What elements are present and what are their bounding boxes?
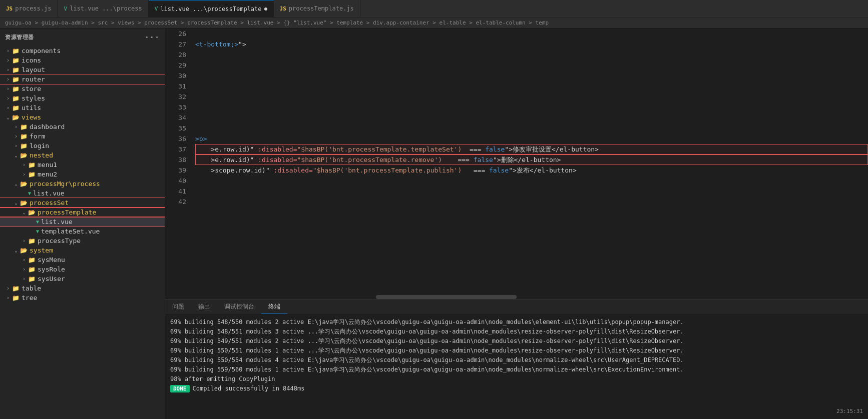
tree-item-label: dashboard bbox=[30, 123, 65, 130]
folder-icon: 📂 bbox=[20, 200, 28, 206]
line-number: 40 bbox=[169, 176, 186, 186]
vue-file-icon: ▼ bbox=[36, 228, 39, 234]
tab-process-js[interactable]: JS process.js bbox=[0, 0, 58, 17]
tree-item-processSet[interactable]: ⌄📂processSet bbox=[0, 198, 165, 208]
breadcrumb-text: guigu-oa > guigu-oa-admin > src > views … bbox=[5, 20, 549, 26]
tree-item-list.vue[interactable]: ▼list.vue bbox=[0, 217, 165, 226]
scrollbar-thumb[interactable] bbox=[376, 295, 517, 299]
tree-item-label: tree bbox=[22, 294, 37, 302]
code-line-33[interactable] bbox=[195, 102, 868, 112]
tab-list-vue-process[interactable]: V list.vue ...\process bbox=[58, 0, 149, 17]
tree-item-processType[interactable]: ›📁processType bbox=[0, 236, 165, 246]
code-line-39[interactable]: >scope.row.id)" :disabled="$hasBP('bnt.p… bbox=[195, 165, 868, 176]
tree-item-processTemplate[interactable]: ⌄📂processTemplate bbox=[0, 208, 165, 217]
folder-icon: 📁 bbox=[12, 95, 20, 102]
tab-terminal-label: 终端 bbox=[268, 302, 280, 311]
tree-item-dashboard[interactable]: ›📁dashboard bbox=[0, 122, 165, 132]
vue-icon: V bbox=[64, 6, 68, 12]
line-number: 36 bbox=[169, 134, 186, 144]
tree-item-templateSet.vue[interactable]: ▼templateSet.vue bbox=[0, 226, 165, 236]
bottom-panel: 问题 输出 调试控制台 终端 69% building 548/550 modu… bbox=[165, 299, 868, 419]
terminal-line: 69% building 550/554 modules 4 active E:… bbox=[170, 356, 863, 365]
tree-item-processMgr_process[interactable]: ⌄📂processMgr\process bbox=[0, 179, 165, 188]
folder-icon: 📁 bbox=[28, 276, 36, 282]
folder-icon: 📁 bbox=[20, 142, 28, 150]
code-line-29[interactable] bbox=[195, 60, 868, 70]
folder-icon: 📂 bbox=[12, 114, 20, 121]
tree-item-table[interactable]: ›📁table bbox=[0, 284, 165, 293]
tree-item-label: styles bbox=[22, 94, 45, 102]
folder-icon: 📁 bbox=[28, 162, 36, 168]
tree-item-label: icons bbox=[22, 56, 41, 64]
tree-arrow: ⌄ bbox=[12, 152, 20, 158]
tree-item-menu1[interactable]: ›📁menu1 bbox=[0, 160, 165, 170]
code-line-26[interactable] bbox=[195, 28, 868, 39]
sidebar-menu-icon[interactable]: ··· bbox=[144, 32, 160, 42]
tree-arrow: › bbox=[4, 295, 12, 300]
tree-item-sysRole[interactable]: ›📁sysRole bbox=[0, 264, 165, 274]
code-line-32[interactable] bbox=[195, 92, 868, 102]
tree-item-label: sysMenu bbox=[38, 256, 65, 264]
tree-item-layout[interactable]: ›📁layout bbox=[0, 65, 165, 74]
terminal-timestamp: 23:15:31 bbox=[836, 406, 863, 416]
tree-item-sysUser[interactable]: ›📁sysUser bbox=[0, 274, 165, 284]
code-line-31[interactable] bbox=[195, 81, 868, 92]
tree-item-styles[interactable]: ›📁styles bbox=[0, 94, 165, 103]
code-line-35[interactable] bbox=[195, 123, 868, 134]
code-line-37[interactable]: >e.row.id)" :disabled="$hasBP('bnt.proce… bbox=[195, 144, 868, 154]
code-content[interactable]: <t-bottom;>"> >p> >e.row.id)" :disabled=… bbox=[190, 28, 868, 295]
code-line-41[interactable] bbox=[195, 186, 868, 196]
tree-item-menu2[interactable]: ›📁menu2 bbox=[0, 170, 165, 179]
tab-processtemplate-js[interactable]: JS processTemplate.js bbox=[274, 0, 360, 17]
tree-arrow: ⌄ bbox=[12, 181, 20, 186]
tree-item-system[interactable]: ⌄📂system bbox=[0, 246, 165, 255]
done-text: Compiled successfully in 8448ms bbox=[193, 385, 305, 392]
code-line-30[interactable] bbox=[195, 70, 868, 81]
tree-item-label: layout bbox=[22, 66, 45, 74]
tree-item-label: sysUser bbox=[38, 275, 65, 282]
folder-icon: 📁 bbox=[28, 256, 36, 264]
tree-item-label: router bbox=[22, 76, 45, 83]
vue-icon: V bbox=[155, 6, 158, 12]
tree-item-nested[interactable]: ⌄📂nested bbox=[0, 150, 165, 160]
tree-item-label: processTemplate bbox=[38, 208, 96, 216]
tree-item-login[interactable]: ›📁login bbox=[0, 141, 165, 150]
tree-item-icons[interactable]: ›📁icons bbox=[0, 56, 165, 65]
horizontal-scrollbar[interactable] bbox=[165, 295, 868, 299]
tree-arrow: › bbox=[20, 162, 28, 168]
tree-arrow: ⌄ bbox=[20, 210, 28, 215]
code-line-27[interactable]: <t-bottom;>"> bbox=[195, 39, 868, 50]
folder-icon: 📁 bbox=[12, 86, 20, 92]
terminal-content[interactable]: 69% building 548/550 modules 2 active E:… bbox=[165, 314, 868, 419]
code-line-42[interactable] bbox=[195, 196, 868, 207]
tree-item-views[interactable]: ⌄📂views bbox=[0, 112, 165, 122]
tree-item-sysMenu[interactable]: ›📁sysMenu bbox=[0, 255, 165, 264]
tree-item-store[interactable]: ›📁store bbox=[0, 84, 165, 94]
code-line-36[interactable]: >p> bbox=[195, 134, 868, 144]
tree-item-form[interactable]: ›📁form bbox=[0, 132, 165, 141]
folder-icon: 📂 bbox=[20, 180, 28, 188]
tree-arrow: › bbox=[4, 105, 12, 110]
tree-item-list.vue[interactable]: ▼list.vue bbox=[0, 188, 165, 198]
tree-item-tree[interactable]: ›📁tree bbox=[0, 293, 165, 302]
line-number: 35 bbox=[169, 123, 186, 134]
tree-item-label: menu2 bbox=[38, 170, 57, 178]
tab-output-label: 输出 bbox=[198, 302, 210, 311]
tree-arrow: › bbox=[20, 238, 28, 244]
tab-terminal[interactable]: 终端 bbox=[261, 300, 287, 314]
code-line-28[interactable] bbox=[195, 50, 868, 60]
code-line-38[interactable]: >e.row.id)" :disabled="$hasBP('bnt.proce… bbox=[195, 154, 868, 165]
tab-debug-console[interactable]: 调试控制台 bbox=[217, 300, 261, 314]
code-line-34[interactable] bbox=[195, 112, 868, 123]
tree-item-router[interactable]: ›📁router bbox=[0, 74, 165, 84]
tab-output[interactable]: 输出 bbox=[191, 300, 217, 314]
js-icon: JS bbox=[6, 6, 13, 12]
line-number: 29 bbox=[169, 60, 186, 70]
tab-problems[interactable]: 问题 bbox=[165, 300, 191, 314]
tab-list-vue-processtemplate[interactable]: V list.vue ...\processTemplate bbox=[149, 0, 274, 17]
tree-item-components[interactable]: ›📁components bbox=[0, 46, 165, 56]
tree-item-label: components bbox=[22, 47, 61, 54]
tree-item-utils[interactable]: ›📁utils bbox=[0, 103, 165, 112]
tree-arrow: › bbox=[4, 96, 12, 101]
code-line-40[interactable] bbox=[195, 176, 868, 186]
